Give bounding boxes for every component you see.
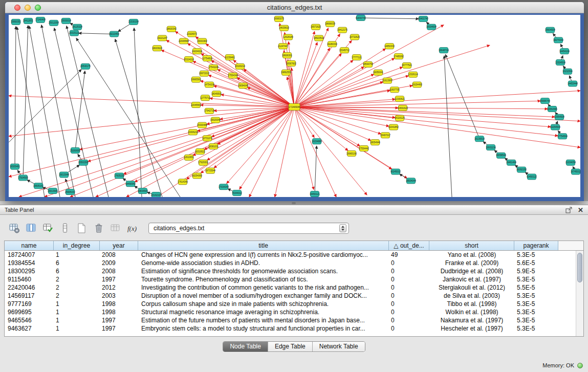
table-cell[interactable]: 0	[389, 259, 429, 267]
table-cell[interactable]: 5.3E-5	[514, 316, 558, 324]
table-cell[interactable]: 9465546	[5, 316, 54, 324]
network-canvas-svg[interactable]: 1724093618600342192212471800362922006584…	[9, 15, 580, 197]
table-cell[interactable]: 18724007	[5, 251, 54, 259]
create-table-icon[interactable]	[75, 222, 89, 235]
table-cell[interactable]: 6	[54, 259, 100, 267]
table-cell[interactable]: 0	[389, 316, 429, 324]
float-panel-icon[interactable]	[565, 207, 573, 213]
table-cell[interactable]: Embryonic stem cells: a model to study s…	[138, 324, 389, 333]
table-cell[interactable]: 2	[54, 292, 100, 300]
table-cell[interactable]: 1997	[100, 275, 138, 283]
table-row[interactable]: 911546021997Tourette syndrome. Phenomeno…	[5, 275, 583, 283]
table-cell[interactable]: 19384554	[5, 259, 54, 267]
table-cell[interactable]: 5.3E-5	[514, 275, 558, 283]
import-table-icon[interactable]	[108, 222, 122, 235]
table-row[interactable]: 1938455462009Genome-wide association stu…	[5, 259, 583, 267]
table-cell[interactable]: 5.5E-5	[514, 283, 558, 292]
column-header[interactable]: in_degree	[54, 241, 100, 250]
table-row[interactable]: 1456911722003Disruption of a novel membe…	[5, 292, 583, 300]
table-cell[interactable]: 5.6E-5	[514, 259, 558, 267]
scrollbar-thumb[interactable]	[577, 253, 582, 282]
table-cell[interactable]: 2	[54, 283, 100, 292]
window-titlebar[interactable]: citations_edges.txt	[5, 2, 584, 13]
network-view-window[interactable]: citations_edges.txt 17240936186003421922…	[5, 2, 584, 201]
tab-node-table[interactable]: Node Table	[223, 342, 268, 352]
table-cell[interactable]: Tourette syndrome. Phenomenology and cla…	[138, 275, 389, 283]
table-cell[interactable]: 1	[54, 324, 100, 333]
table-row[interactable]: 1830029562008Estimation of significance …	[5, 267, 583, 275]
table-cell[interactable]: Stergiakouli et al. (2012)	[429, 283, 514, 292]
column-header[interactable]: short	[429, 241, 514, 250]
table-row[interactable]: 1872400712008Changes of HCN gene express…	[5, 251, 583, 259]
window-close-button[interactable]	[14, 5, 20, 11]
table-cell[interactable]: Estimation of the future numbers of pati…	[138, 316, 389, 324]
table-cell[interactable]: Nakamura et al. (1997)	[429, 316, 514, 324]
memory-indicator[interactable]	[577, 363, 583, 368]
combo-stepper-icon[interactable]	[339, 224, 346, 232]
table-cell[interactable]: 1997	[100, 324, 138, 333]
table-cell[interactable]: 5.3E-5	[514, 300, 558, 308]
table-cell[interactable]: 22420046	[5, 283, 54, 292]
column-header[interactable]: △ out_de...	[389, 241, 429, 250]
table-cell[interactable]: 2003	[100, 292, 138, 300]
table-cell[interactable]: Corpus callosum shape and size in male p…	[138, 300, 389, 308]
column-header[interactable]: year	[100, 241, 138, 250]
table-cell[interactable]: 1	[54, 251, 100, 259]
table-cell[interactable]: de Silva et al. (2003)	[429, 292, 514, 300]
function-builder-icon[interactable]: f(x)	[125, 222, 139, 235]
tab-network-table[interactable]: Network Table	[312, 342, 365, 352]
table-cell[interactable]: Estimation of significance thresholds fo…	[138, 267, 389, 275]
table-cell[interactable]: 1	[54, 300, 100, 308]
table-selector[interactable]: citations_edges.txt	[148, 223, 349, 234]
split-handle[interactable]	[0, 201, 588, 205]
column-width-icon[interactable]	[58, 222, 72, 235]
window-zoom-button[interactable]	[35, 5, 41, 11]
table-settings-icon[interactable]	[7, 222, 21, 235]
table-cell[interactable]: 1	[54, 316, 100, 324]
table-cell[interactable]: 5.3E-5	[514, 292, 558, 300]
delete-table-icon[interactable]	[92, 222, 105, 235]
network-canvas[interactable]: 1724093618600342192212471800362922006584…	[9, 15, 580, 197]
vertical-scrollbar[interactable]	[576, 251, 583, 336]
table-cell[interactable]: 5.9E-5	[514, 267, 558, 275]
table-cell[interactable]: 0	[389, 300, 429, 308]
table-cell[interactable]: 0	[389, 308, 429, 316]
tab-edge-table[interactable]: Edge Table	[268, 342, 312, 352]
table-cell[interactable]: 2008	[100, 251, 138, 259]
table-cell[interactable]: 0	[389, 275, 429, 283]
table-cell[interactable]: Disruption of a novel member of a sodium…	[138, 292, 389, 300]
table-row[interactable]: 977716911998Corpus callosum shape and si…	[5, 300, 583, 308]
table-cell[interactable]: Jankovic et al. (1997)	[429, 275, 514, 283]
table-cell[interactable]: Wolkin et al. (1998)	[429, 308, 514, 316]
table-cell[interactable]: Yano et al. (2008)	[429, 251, 514, 259]
table-cell[interactable]: 0	[389, 267, 429, 275]
table-cell[interactable]: 0	[389, 292, 429, 300]
table-cell[interactable]: 2008	[100, 267, 138, 275]
table-cell[interactable]: 5.3E-5	[514, 324, 558, 333]
close-panel-icon[interactable]: ✕	[578, 207, 583, 213]
table-cell[interactable]: Dudbridge et al. (2008)	[429, 267, 514, 275]
table-cell[interactable]: 9115460	[5, 275, 54, 283]
table-cell[interactable]: Hescheler et al. (1997)	[429, 324, 514, 333]
table-cell[interactable]: 9699695	[5, 308, 54, 316]
column-header[interactable]: pagerank	[514, 241, 558, 250]
table-cell[interactable]: 14569117	[5, 292, 54, 300]
table-cell[interactable]: Investigating the contribution of common…	[138, 283, 389, 292]
table-cell[interactable]: 1998	[100, 308, 138, 316]
table-row[interactable]: 2242004622012Investigating the contribut…	[5, 283, 583, 292]
table-cell[interactable]: 5.3E-5	[514, 251, 558, 259]
table-row[interactable]: 969969511998Structural magnetic resonanc…	[5, 308, 583, 316]
edit-columns-icon[interactable]	[41, 222, 55, 235]
table-cell[interactable]: Franke et al. (2009)	[429, 259, 514, 267]
table-cell[interactable]: 2009	[100, 259, 138, 267]
table-cell[interactable]: 49	[389, 251, 429, 259]
table-cell[interactable]: 9463627	[5, 324, 54, 333]
table-cell[interactable]: Changes of HCN gene expression and I(f) …	[138, 251, 389, 259]
table-cell[interactable]: Tibbo et al. (1998)	[429, 300, 514, 308]
table-cell[interactable]: 1997	[100, 316, 138, 324]
column-header[interactable]: title	[138, 241, 389, 250]
table-cell[interactable]: 0	[389, 283, 429, 292]
table-row[interactable]: 946554611997Estimation of the future num…	[5, 316, 583, 324]
table-cell[interactable]: 1998	[100, 300, 138, 308]
table-cell[interactable]: 0	[389, 324, 429, 333]
